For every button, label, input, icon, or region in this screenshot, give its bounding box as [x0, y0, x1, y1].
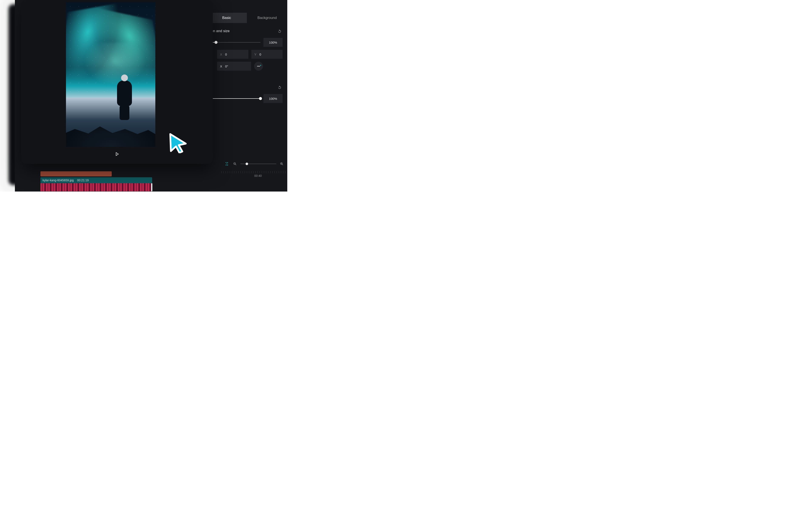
rotation-x-label: X — [220, 64, 222, 68]
clip-trim-handle[interactable] — [151, 183, 152, 191]
timeline-zoom-bar — [221, 159, 287, 168]
opacity-slider[interactable] — [211, 96, 261, 101]
tab-background[interactable]: Background — [247, 13, 287, 23]
position-y-value: 0 — [260, 53, 261, 56]
properties-panel: Basic Background on and size 100% — [206, 13, 287, 164]
position-x-value: 0 — [225, 53, 227, 56]
reset-position-size-button[interactable] — [277, 28, 283, 34]
cursor-pointer-icon — [167, 132, 188, 153]
position-y-label: Y — [254, 53, 256, 56]
waveform-graphic — [40, 183, 152, 191]
scale-row: 100% — [211, 38, 283, 47]
rotation-value: 0° — [225, 64, 228, 68]
timeline-tracks: kylar-kang-6045659.jpg 00:21:19 — [40, 171, 287, 191]
reset-icon — [278, 29, 282, 33]
cut-tool-icon[interactable] — [224, 161, 229, 166]
panel-tabs: Basic Background — [206, 13, 287, 23]
zoom-in-button[interactable] — [279, 161, 284, 166]
preview-canvas[interactable] — [66, 2, 155, 147]
section-title-position-size: on and size — [211, 29, 230, 33]
reset-icon — [278, 86, 282, 89]
zoom-out-button[interactable] — [232, 161, 238, 166]
position-x-label: X — [220, 53, 222, 56]
scale-slider[interactable] — [211, 40, 261, 45]
track-waveform[interactable] — [40, 183, 152, 191]
rotation-field[interactable]: X 0° — [217, 62, 251, 71]
position-row: X 0 Y 0 — [211, 50, 283, 59]
reset-opacity-button[interactable] — [277, 84, 283, 90]
scale-value[interactable]: 100% — [263, 38, 283, 47]
opacity-value[interactable]: 100% — [263, 94, 283, 103]
clip-duration: 00:21:19 — [77, 178, 89, 182]
play-icon — [115, 152, 119, 156]
track-audio-clip[interactable] — [40, 171, 112, 176]
position-x-field[interactable]: X 0 — [217, 50, 248, 59]
rotation-row: X 0° — [211, 62, 283, 71]
clip-filename: kylar-kang-6045659.jpg — [42, 178, 74, 182]
play-button[interactable] — [113, 150, 121, 158]
position-y-field[interactable]: Y 0 — [251, 50, 283, 59]
section-position-size: on and size 100% X 0 — [206, 23, 287, 75]
preview-window — [21, 0, 213, 164]
zoom-slider[interactable] — [241, 161, 276, 166]
section-opacity: . 100% — [206, 75, 287, 107]
track-video-clip[interactable]: kylar-kang-6045659.jpg 00:21:19 — [40, 177, 152, 183]
opacity-row: 100% — [211, 94, 283, 103]
rotation-dial[interactable] — [254, 62, 263, 71]
canvas-person — [115, 75, 134, 121]
